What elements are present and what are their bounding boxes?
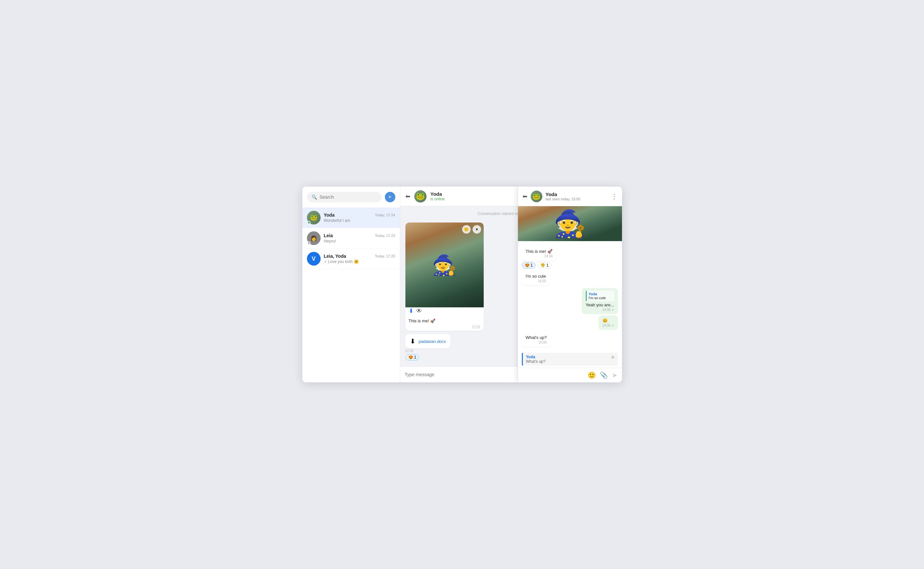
sidebar: 🔍 + 🐸 Yoda Today, 17:24 bbox=[302, 187, 400, 382]
file-name: padawan.docx bbox=[419, 339, 446, 344]
rp-quote-sender: Yoda bbox=[589, 292, 612, 296]
reply-preview-text: What's up? bbox=[526, 359, 615, 364]
reply-close-button[interactable]: ✕ bbox=[611, 354, 615, 360]
file-reaction-pill[interactable]: 😍 1 bbox=[406, 354, 419, 361]
contact-item-yoda[interactable]: 🐸 Yoda Today, 17:24 Wonderful I am bbox=[302, 207, 400, 228]
rp-message-2-text: I'm so cute bbox=[526, 274, 546, 278]
rp-sent-wrap: Yoda I'm so cute Yeah you are... 14:36 ✓… bbox=[522, 288, 618, 330]
contact-name-group: Leia, Yoda bbox=[324, 254, 346, 259]
contact-name-row-group: Leia, Yoda Today, 17:20 bbox=[324, 254, 395, 259]
rp-sent-quoted: Yoda I'm so cute Yeah you are... 14:36 ✓ bbox=[582, 288, 618, 314]
rp-quote-preview: Yoda I'm so cute bbox=[586, 291, 614, 301]
rp-message-1: This is me! 🚀 14:34 bbox=[522, 246, 556, 261]
rp-message-2-time: 14:35 bbox=[526, 279, 546, 283]
avatar-wrap-leia: 👩 bbox=[307, 231, 321, 245]
file-reactions: 😍 1 bbox=[406, 354, 419, 361]
image-bubble: 🙂 ▾ 🧙 ⬇ 👁 This is me! 🚀 17:22 bbox=[406, 222, 484, 331]
rp-sent-text: Yeah you are... bbox=[586, 303, 614, 307]
rp-reaction-angry[interactable]: 😤 1 bbox=[538, 262, 552, 269]
contact-info-group: Leia, Yoda Today, 17:20 ✓ Love you both … bbox=[324, 254, 395, 264]
contact-info-leia: Leia Today, 17:23 Heyou! bbox=[324, 233, 395, 243]
avatar-wrap-group: V bbox=[307, 252, 321, 266]
right-panel-input[interactable] bbox=[522, 373, 585, 378]
app-container: 🔍 + 🐸 Yoda Today, 17:24 bbox=[302, 187, 622, 382]
search-input[interactable] bbox=[320, 195, 377, 200]
contact-preview-yoda: Wonderful I am bbox=[324, 218, 395, 223]
avatar-group: V bbox=[307, 252, 321, 266]
rp-message-1-reactions: 😍 1 😤 1 bbox=[522, 262, 552, 269]
right-panel-emoji-button[interactable]: 🙂 bbox=[587, 371, 597, 380]
online-indicator-yoda bbox=[307, 221, 310, 224]
back-arrow-icon[interactable]: ⬅ bbox=[406, 193, 410, 200]
rp-message-2: I'm so cute 14:35 bbox=[522, 271, 550, 286]
search-icon: 🔍 bbox=[312, 195, 317, 200]
rp-message-5-time: 15:05 bbox=[526, 341, 547, 344]
contact-name-leia: Leia bbox=[324, 233, 333, 238]
plus-icon: + bbox=[388, 194, 392, 201]
rp-message-2-wrap: I'm so cute 14:35 bbox=[522, 271, 618, 286]
right-panel-messages: 🧙 This is me! 🚀 14:34 😍 1 😤 1 I'm so cut… bbox=[518, 206, 622, 351]
right-panel-avatar: 🐸 bbox=[530, 190, 543, 202]
contact-time-leia: Today, 17:23 bbox=[375, 234, 395, 237]
online-indicator-leia bbox=[307, 242, 310, 245]
rp-message-1-text: This is me! 🚀 bbox=[526, 249, 553, 254]
contact-time-group: Today, 17:20 bbox=[375, 254, 395, 258]
contact-name-row-yoda: Yoda Today, 17:24 bbox=[324, 212, 395, 218]
emoji-react-button[interactable]: 🙂 bbox=[462, 225, 471, 234]
contact-time-yoda: Today, 17:24 bbox=[375, 213, 395, 217]
eye-icon[interactable]: 👁 bbox=[416, 308, 422, 315]
right-panel-profile-image: 🧙 bbox=[518, 206, 622, 241]
image-time: 17:22 bbox=[406, 325, 484, 331]
right-panel-attachment-button[interactable]: 📎 bbox=[599, 371, 609, 380]
contact-info-yoda: Yoda Today, 17:24 Wonderful I am bbox=[324, 212, 395, 223]
rp-message-5-text: What's up? bbox=[526, 335, 547, 340]
add-contact-button[interactable]: + bbox=[385, 192, 395, 202]
rp-reaction-heart[interactable]: 😍 1 bbox=[522, 262, 536, 269]
file-bubble: ⬇ padawan.docx bbox=[406, 334, 451, 348]
rp-message-5: What's up? 15:05 bbox=[522, 332, 551, 347]
right-panel-back-icon[interactable]: ⬅ bbox=[523, 193, 527, 200]
sidebar-header: 🔍 + bbox=[302, 187, 400, 207]
image-bubble-actions: ⬇ 👁 bbox=[406, 307, 484, 316]
avatar-wrap-yoda: 🐸 bbox=[307, 211, 321, 224]
contact-list: 🐸 Yoda Today, 17:24 Wonderful I am 👩 bbox=[302, 207, 400, 382]
reply-preview-sender: Yoda bbox=[526, 354, 615, 359]
right-panel-header-info: Yoda last seen today, 15:05 bbox=[546, 192, 608, 201]
rp-message-1-wrap: This is me! 🚀 14:34 😍 1 😤 1 bbox=[522, 246, 618, 269]
rp-quote-text: I'm so cute bbox=[589, 296, 612, 300]
right-panel-input-bar: 🙂 📎 ➤ bbox=[518, 368, 622, 382]
contact-item-leia[interactable]: 👩 Leia Today, 17:23 Heyou! bbox=[302, 228, 400, 249]
right-panel-send-button[interactable]: ➤ bbox=[611, 371, 618, 380]
right-panel: ⬅ 🐸 Yoda last seen today, 15:05 ⋮ 🧙 This… bbox=[518, 187, 622, 382]
contact-name-row-leia: Leia Today, 17:23 bbox=[324, 233, 395, 238]
contact-preview-group: ✓ Love you both 🤗 bbox=[324, 259, 395, 264]
image-caption: This is me! 🚀 bbox=[406, 316, 484, 324]
rp-sent-emoji-text: 😊 bbox=[602, 318, 608, 323]
rp-message-1-time: 14:34 bbox=[526, 254, 553, 258]
file-icon: ⬇ bbox=[410, 337, 415, 345]
rp-sent-emoji-time: 14:36 ✓ bbox=[602, 324, 614, 327]
right-panel-contact-name: Yoda bbox=[546, 192, 608, 197]
right-panel-header: ⬅ 🐸 Yoda last seen today, 15:05 ⋮ bbox=[518, 187, 622, 206]
contact-item-leia-yoda[interactable]: V Leia, Yoda Today, 17:20 ✓ Love you bot… bbox=[302, 249, 400, 269]
download-icon[interactable]: ⬇ bbox=[409, 307, 413, 315]
rp-sent-emoji: 😊 14:36 ✓ bbox=[599, 315, 618, 330]
image-controls: 🙂 ▾ bbox=[462, 225, 481, 234]
dots-menu-icon[interactable]: ⋮ bbox=[611, 193, 617, 200]
chat-header-avatar: 🐸 bbox=[414, 190, 427, 202]
rp-message-5-wrap: What's up? 15:05 bbox=[522, 332, 618, 347]
contact-name-yoda: Yoda bbox=[324, 212, 334, 218]
reply-preview: ✕ Yoda What's up? bbox=[522, 353, 618, 366]
more-options-button[interactable]: ▾ bbox=[473, 225, 481, 234]
search-box[interactable]: 🔍 bbox=[307, 192, 381, 202]
right-panel-last-seen: last seen today, 15:05 bbox=[546, 197, 608, 201]
rp-sent-time: 14:36 ✓ bbox=[586, 308, 614, 312]
file-time: 17:22 bbox=[406, 349, 413, 353]
contact-preview-leia: Heyou! bbox=[324, 239, 395, 243]
